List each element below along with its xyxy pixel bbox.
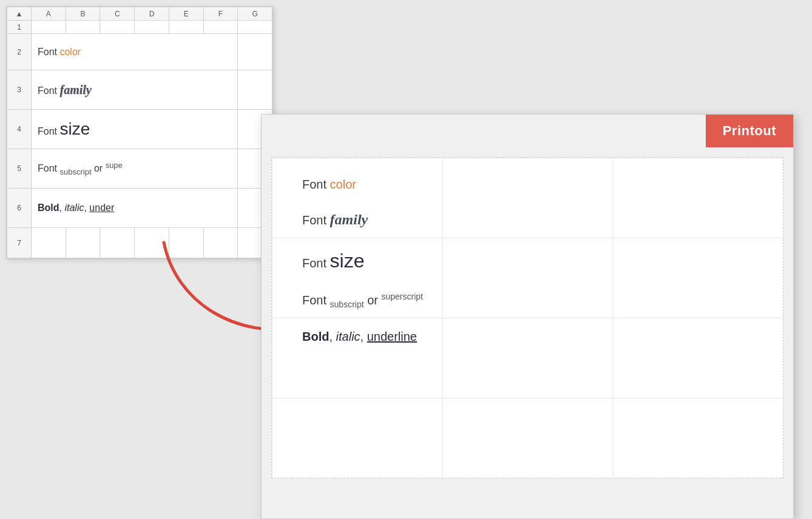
printout-content: Font color Font family Font size Font su… <box>271 157 783 478</box>
table-row: 4 Font size <box>7 110 272 149</box>
col-header-f: F <box>203 7 238 21</box>
printout-text-subscript: subscript <box>330 300 364 309</box>
printout-text-superscript: superscript <box>382 292 423 301</box>
printout-header: Printout <box>262 115 793 147</box>
printout-text-italic: italic <box>336 330 360 343</box>
spreadsheet: ▲ A B C D E F G 1 2 <box>6 6 273 259</box>
cell-row2: Font color <box>32 34 238 70</box>
cell-b7 <box>66 228 100 258</box>
printout-text-size: size <box>330 250 365 272</box>
table-row: 6 Bold, italic, under <box>7 189 272 228</box>
col-header-g: G <box>238 7 272 21</box>
table-row: 5 Font subscript or supe <box>7 149 272 189</box>
printout-row-size: Font size <box>302 247 753 275</box>
cell-row4: Font size <box>32 110 238 149</box>
corner-cell: ▲ <box>7 7 32 21</box>
cell-f7 <box>203 228 238 258</box>
cell-c1 <box>100 21 135 34</box>
cell-g2 <box>238 34 272 70</box>
printout-text-color: color <box>330 178 356 191</box>
cell-g1 <box>238 21 272 34</box>
cell-d7 <box>135 228 169 258</box>
text-underline: under <box>89 203 114 213</box>
text-size: size <box>59 119 90 138</box>
text-bold: Bold <box>38 203 59 213</box>
printout-row-color: Font color <box>302 176 753 193</box>
cell-row3: Font family <box>32 70 238 110</box>
cell-a7 <box>32 228 66 258</box>
cell-g3 <box>238 70 272 110</box>
printout-rows: Font color Font family Font size Font su… <box>272 158 783 363</box>
col-header-d: D <box>135 7 169 21</box>
row-header: 7 <box>7 228 32 258</box>
cell-e7 <box>169 228 203 258</box>
row-header: 2 <box>7 34 32 70</box>
col-header-a: A <box>32 7 66 21</box>
printout-panel: Printout Font color Font family Font siz… <box>261 114 794 519</box>
cell-c7 <box>100 228 135 258</box>
row-header: 6 <box>7 189 32 228</box>
cell-f1 <box>203 21 238 34</box>
cell-row6: Bold, italic, under <box>32 189 238 228</box>
row-header: 3 <box>7 70 32 110</box>
cell-e1 <box>169 21 203 34</box>
table-row: 2 Font color <box>7 34 272 70</box>
printout-label: Printout <box>706 115 793 147</box>
printout-text-bold: Bold <box>302 330 329 343</box>
row-header: 1 <box>7 21 32 34</box>
printout-footer <box>262 488 793 518</box>
printout-text-underline: underline <box>367 330 417 343</box>
printout-text-family: family <box>330 212 368 227</box>
printout-row-style: Bold, italic, underline <box>302 328 753 345</box>
cell-row5: Font subscript or supe <box>32 149 238 189</box>
text-family: family <box>59 83 91 96</box>
text-color: color <box>59 47 81 57</box>
table-row: 1 <box>7 21 272 34</box>
printout-row-script: Font subscript or superscript <box>302 291 753 310</box>
row-header: 5 <box>7 149 32 189</box>
text-subscript: subscript <box>59 167 91 176</box>
printout-row-family: Font family <box>302 210 753 230</box>
col-header-c: C <box>100 7 135 21</box>
col-header-e: E <box>169 7 203 21</box>
row-header: 4 <box>7 110 32 149</box>
cell-b1 <box>66 21 100 34</box>
table-row: 7 <box>7 228 272 258</box>
table-row: 3 Font family <box>7 70 272 110</box>
text-italic: italic <box>64 203 84 213</box>
text-superscript: supe <box>106 161 123 170</box>
col-header-b: B <box>66 7 100 21</box>
cell-a1 <box>32 21 66 34</box>
cell-d1 <box>135 21 169 34</box>
